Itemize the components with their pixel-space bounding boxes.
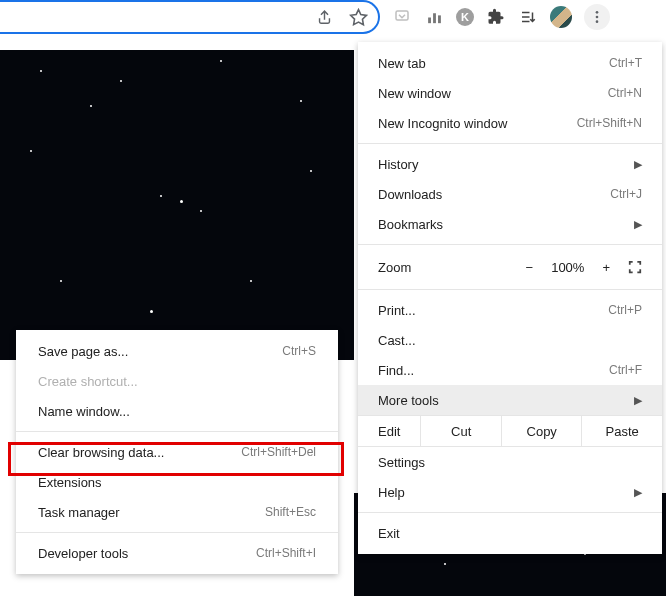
edit-cut-button[interactable]: Cut	[420, 416, 501, 446]
menu-more-tools[interactable]: More tools ▶	[358, 385, 662, 415]
svg-rect-1	[428, 17, 431, 23]
submenu-clear-browsing-data[interactable]: Clear browsing data... Ctrl+Shift+Del	[16, 437, 338, 467]
k-badge-icon[interactable]: K	[456, 8, 474, 26]
submenu-extensions[interactable]: Extensions	[16, 467, 338, 497]
edit-copy-button[interactable]: Copy	[501, 416, 582, 446]
menu-separator	[358, 143, 662, 144]
reading-list-icon[interactable]	[518, 7, 538, 27]
menu-exit[interactable]: Exit	[358, 518, 662, 548]
pocket-icon[interactable]	[392, 7, 412, 27]
star-icon[interactable]	[348, 7, 368, 27]
edit-paste-button[interactable]: Paste	[581, 416, 662, 446]
profile-avatar[interactable]	[550, 6, 572, 28]
menu-new-tab[interactable]: New tab Ctrl+T	[358, 48, 662, 78]
chevron-right-icon: ▶	[634, 158, 642, 171]
menu-new-window[interactable]: New window Ctrl+N	[358, 78, 662, 108]
menu-new-incognito[interactable]: New Incognito window Ctrl+Shift+N	[358, 108, 662, 138]
submenu-separator	[16, 431, 338, 432]
zoom-in-button[interactable]: +	[602, 260, 610, 275]
zoom-out-button[interactable]: −	[526, 260, 534, 275]
menu-print[interactable]: Print... Ctrl+P	[358, 295, 662, 325]
menu-zoom: Zoom − 100% +	[358, 250, 662, 284]
svg-point-5	[596, 16, 599, 19]
menu-history[interactable]: History ▶	[358, 149, 662, 179]
menu-bookmarks[interactable]: Bookmarks ▶	[358, 209, 662, 239]
page-content-background	[0, 50, 354, 360]
chart-icon[interactable]	[424, 7, 444, 27]
svg-point-6	[596, 20, 599, 23]
zoom-level: 100%	[551, 260, 584, 275]
menu-edit-label: Edit	[358, 416, 420, 446]
menu-find[interactable]: Find... Ctrl+F	[358, 355, 662, 385]
chevron-right-icon: ▶	[634, 394, 642, 407]
submenu-developer-tools[interactable]: Developer tools Ctrl+Shift+I	[16, 538, 338, 568]
fullscreen-icon[interactable]	[628, 260, 642, 274]
submenu-task-manager[interactable]: Task manager Shift+Esc	[16, 497, 338, 527]
chevron-right-icon: ▶	[634, 218, 642, 231]
chevron-right-icon: ▶	[634, 486, 642, 499]
more-tools-submenu: Save page as... Ctrl+S Create shortcut..…	[16, 330, 338, 574]
menu-separator	[358, 289, 662, 290]
submenu-create-shortcut: Create shortcut...	[16, 366, 338, 396]
share-icon[interactable]	[314, 7, 334, 27]
more-icon[interactable]	[584, 4, 610, 30]
menu-separator	[358, 244, 662, 245]
menu-edit-row: Edit Cut Copy Paste	[358, 415, 662, 447]
submenu-save-page[interactable]: Save page as... Ctrl+S	[16, 336, 338, 366]
menu-settings[interactable]: Settings	[358, 447, 662, 477]
extensions-toolbar: K	[386, 0, 666, 34]
submenu-name-window[interactable]: Name window...	[16, 396, 338, 426]
menu-downloads[interactable]: Downloads Ctrl+J	[358, 179, 662, 209]
svg-rect-3	[438, 15, 441, 23]
submenu-separator	[16, 532, 338, 533]
menu-help[interactable]: Help ▶	[358, 477, 662, 507]
puzzle-icon[interactable]	[486, 7, 506, 27]
chrome-main-menu: New tab Ctrl+T New window Ctrl+N New Inc…	[358, 42, 662, 554]
address-bar[interactable]	[0, 0, 380, 34]
menu-separator	[358, 512, 662, 513]
svg-point-4	[596, 11, 599, 14]
svg-rect-2	[433, 13, 436, 23]
menu-cast[interactable]: Cast...	[358, 325, 662, 355]
